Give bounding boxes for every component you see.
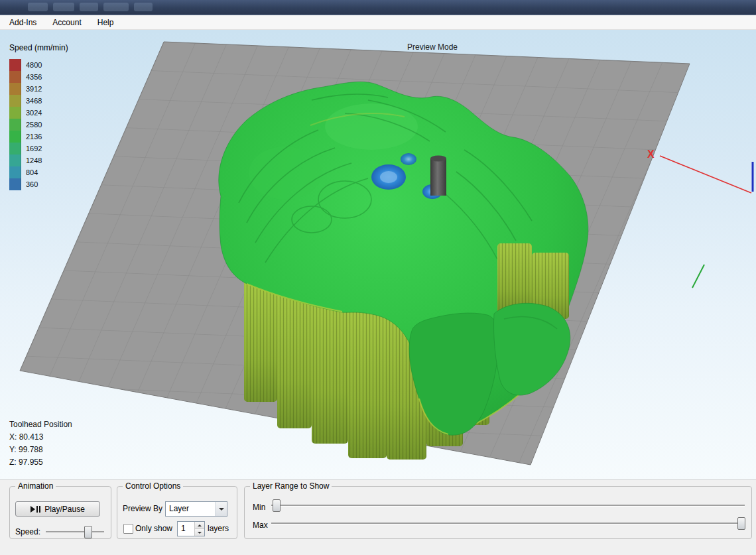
legend-entry: 3468 xyxy=(9,95,68,107)
titlebar-ghost-menu xyxy=(80,3,98,11)
legend-entry: 2136 xyxy=(9,131,68,143)
chevron-up-icon xyxy=(198,524,202,526)
chevron-down-icon xyxy=(198,532,202,534)
play-pause-label: Play/Pause xyxy=(44,505,85,514)
speed-legend-title: Speed (mm/min) xyxy=(9,43,68,52)
legend-entry: 360 xyxy=(9,178,68,190)
toolhead-y-value: Y: 99.788 xyxy=(9,445,72,454)
legend-entry: 3024 xyxy=(9,107,68,119)
menu-item-help[interactable]: Help xyxy=(90,15,122,29)
menu-item-add-ins[interactable]: Add-Ins xyxy=(1,15,44,29)
layers-spinner[interactable]: 1 xyxy=(177,521,205,536)
max-layer-slider[interactable] xyxy=(271,517,745,530)
legend-entry: 2580 xyxy=(9,119,68,131)
max-layer-slider-thumb[interactable] xyxy=(737,517,745,530)
animation-group-title: Animation xyxy=(15,481,56,491)
layers-spinner-up[interactable] xyxy=(195,522,204,529)
titlebar-ghost-menu xyxy=(53,3,74,11)
toolhead-position-readout: Toolhead Position X: 80.413 Y: 99.788 Z:… xyxy=(9,420,72,470)
legend-entry: 1248 xyxy=(9,154,68,166)
title-bar xyxy=(0,0,756,15)
layers-spinner-value[interactable]: 1 xyxy=(178,522,194,536)
axis-indicator: X xyxy=(647,149,753,288)
layers-spinner-down[interactable] xyxy=(195,529,204,536)
legend-swatch xyxy=(9,83,21,95)
only-show-label: Only show xyxy=(135,524,172,533)
speed-label: Speed: xyxy=(15,527,40,536)
control-options-group-title: Control Options xyxy=(123,481,183,491)
speed-slider-thumb[interactable] xyxy=(84,526,92,538)
layer-range-group: Layer Range to Show Min Max xyxy=(244,486,752,539)
titlebar-ghost-menu xyxy=(134,3,153,11)
layers-label: layers xyxy=(208,524,229,533)
toolhead-z-value: Z: 97.955 xyxy=(9,458,72,467)
play-pause-icon xyxy=(31,506,40,513)
legend-entry: 4356 xyxy=(9,71,68,83)
legend-swatch xyxy=(9,95,21,107)
toolhead-position-title: Toolhead Position xyxy=(9,420,72,429)
max-layer-slider-track[interactable] xyxy=(271,523,745,524)
control-panel: Animation Play/Pause Speed: Control Opti… xyxy=(0,479,756,555)
control-options-group: Control Options Preview By Layer Only sh… xyxy=(117,486,237,539)
speed-slider-track[interactable] xyxy=(46,531,104,533)
legend-swatch xyxy=(9,178,21,190)
legend-entry: 3912 xyxy=(9,83,68,95)
only-show-checkbox[interactable] xyxy=(123,524,133,534)
menu-item-account[interactable]: Account xyxy=(44,15,89,29)
toolhead-x-value: X: 80.413 xyxy=(9,432,72,442)
legend-swatch xyxy=(9,71,21,83)
legend-entry: 4800 xyxy=(9,59,68,71)
legend-swatch xyxy=(9,166,21,178)
legend-swatch xyxy=(9,59,21,71)
min-label: Min xyxy=(253,503,265,512)
min-layer-slider-track[interactable] xyxy=(271,505,745,507)
speed-legend: Speed (mm/min) 4800 4356 3912 3468 3024 … xyxy=(9,43,68,190)
legend-swatch xyxy=(9,107,21,119)
preview-viewport-3d[interactable]: X xyxy=(0,30,756,479)
titlebar-ghost-menu xyxy=(28,3,48,11)
speed-slider[interactable] xyxy=(46,525,104,538)
preview-by-dropdown-button[interactable] xyxy=(215,502,227,516)
legend-entry: 1692 xyxy=(9,143,68,154)
scene-canvas: X xyxy=(0,30,756,479)
speed-legend-scale: 4800 4356 3912 3468 3024 2580 2136 1692 … xyxy=(9,59,68,190)
legend-swatch xyxy=(9,131,21,143)
min-layer-slider-thumb[interactable] xyxy=(273,499,281,512)
legend-swatch xyxy=(9,154,21,166)
animation-group: Animation Play/Pause Speed: xyxy=(9,486,111,539)
preview-by-label: Preview By xyxy=(123,504,162,513)
legend-swatch xyxy=(9,119,21,131)
play-pause-button[interactable]: Play/Pause xyxy=(15,501,100,517)
preview-by-select[interactable]: Layer xyxy=(165,501,227,517)
max-label: Max xyxy=(253,521,268,530)
preview-by-selected-value: Layer xyxy=(166,502,215,516)
toolhead-cylinder xyxy=(430,156,446,196)
titlebar-ghost-menu xyxy=(103,3,129,11)
application-window: Add-Ins Account Help xyxy=(0,0,756,555)
min-layer-slider[interactable] xyxy=(271,499,745,512)
menu-bar: Add-Ins Account Help xyxy=(0,15,756,30)
chevron-down-icon xyxy=(219,508,224,511)
x-axis-label: X xyxy=(647,149,655,160)
preview-mode-label: Preview Mode xyxy=(366,42,499,52)
legend-swatch xyxy=(9,143,21,154)
layer-range-group-title: Layer Range to Show xyxy=(250,481,332,491)
legend-entry: 804 xyxy=(9,166,68,178)
